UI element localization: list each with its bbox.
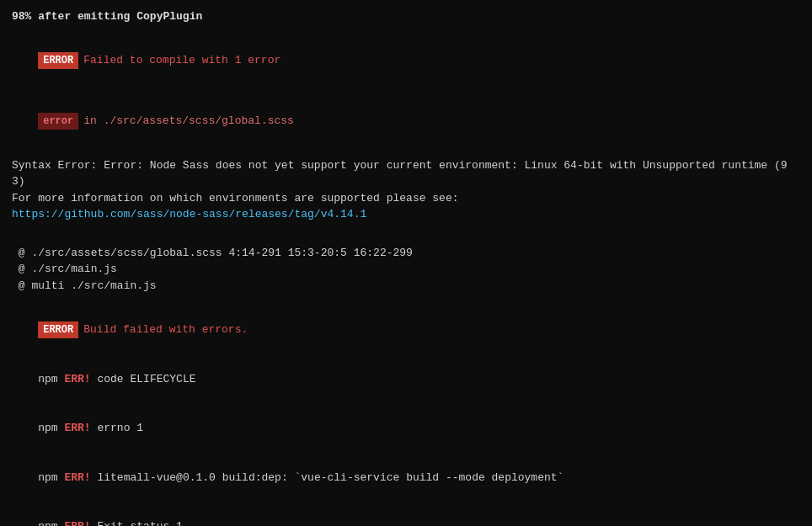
blank-5 — [12, 234, 800, 245]
blank-1 — [12, 25, 800, 36]
syntax-line-1: Syntax Error: Error: Node Sass does not … — [12, 157, 800, 190]
at-line-2: @ ./src/main.js — [12, 261, 800, 278]
at-line-1: @ ./src/assets/scss/global.scss 4:14-291… — [12, 245, 800, 262]
blank-2 — [12, 86, 800, 97]
blank-6 — [12, 294, 800, 305]
npm-err-2: npm ERR! errno 1 — [12, 404, 800, 454]
npm-err-1: npm ERR! code ELIFECYCLE — [12, 354, 800, 404]
build-fail-line: ERRORBuild failed with errors. — [12, 305, 800, 354]
syntax-link: https://github.com/sass/node-sass/releas… — [12, 206, 800, 223]
error-message-1: Failed to compile with 1 error — [83, 54, 280, 66]
error-file-path: in ./src/assets/scss/global.scss — [83, 114, 294, 127]
error-badge-lower: error — [38, 113, 78, 130]
blank-3 — [12, 146, 800, 157]
npm-err-4: npm ERR! Exit status 1 — [12, 502, 800, 527]
header-line: 98% after emitting CopyPlugin — [12, 8, 800, 25]
error-badge-2: ERROR — [38, 321, 78, 338]
build-fail-message: Build failed with errors. — [83, 323, 248, 336]
error-file-line: errorin ./src/assets/scss/global.scss — [12, 97, 800, 146]
npm-err-3: npm ERR! litemall-vue@0.1.0 build:dep: `… — [12, 453, 800, 502]
error-line-1: ERRORFailed to compile with 1 error — [12, 36, 800, 86]
at-line-3: @ multi ./src/main.js — [12, 278, 800, 295]
syntax-line-2: For more information on which environmen… — [12, 190, 800, 207]
terminal-output: 98% after emitting CopyPlugin ERRORFaile… — [12, 8, 800, 526]
blank-4 — [12, 223, 800, 234]
error-badge-1: ERROR — [38, 52, 78, 69]
